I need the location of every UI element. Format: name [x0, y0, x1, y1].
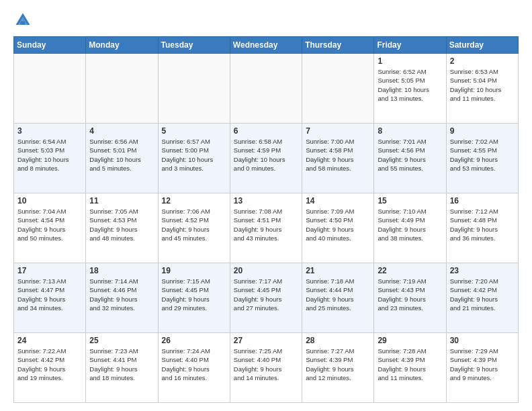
- calendar-week-row: 1Sunrise: 6:52 AM Sunset: 5:05 PM Daylig…: [14, 54, 519, 124]
- day-info: Sunrise: 7:27 AM Sunset: 4:39 PM Dayligh…: [306, 347, 370, 382]
- day-info: Sunrise: 6:54 AM Sunset: 5:03 PM Dayligh…: [17, 137, 82, 173]
- calendar-week-row: 3Sunrise: 6:54 AM Sunset: 5:03 PM Daylig…: [14, 124, 519, 193]
- day-info: Sunrise: 7:12 AM Sunset: 4:48 PM Dayligh…: [450, 207, 515, 242]
- day-number: 14: [306, 196, 370, 205]
- day-info: Sunrise: 7:04 AM Sunset: 4:54 PM Dayligh…: [17, 207, 82, 242]
- logo-icon: [13, 11, 32, 30]
- day-info: Sunrise: 6:58 AM Sunset: 4:59 PM Dayligh…: [234, 137, 298, 173]
- calendar-cell: 16Sunrise: 7:12 AM Sunset: 4:48 PM Dayli…: [446, 193, 518, 263]
- day-number: 1: [378, 56, 442, 66]
- day-info: Sunrise: 7:20 AM Sunset: 4:42 PM Dayligh…: [450, 277, 515, 312]
- calendar-cell: [230, 54, 302, 124]
- calendar-cell: 28Sunrise: 7:27 AM Sunset: 4:39 PM Dayli…: [302, 333, 374, 403]
- day-info: Sunrise: 7:01 AM Sunset: 4:56 PM Dayligh…: [378, 137, 442, 173]
- calendar-cell: 1Sunrise: 6:52 AM Sunset: 5:05 PM Daylig…: [374, 54, 446, 124]
- day-number: 11: [89, 196, 154, 205]
- calendar-cell: 6Sunrise: 6:58 AM Sunset: 4:59 PM Daylig…: [230, 124, 302, 193]
- day-info: Sunrise: 7:25 AM Sunset: 4:40 PM Dayligh…: [234, 347, 298, 382]
- day-info: Sunrise: 6:57 AM Sunset: 5:00 PM Dayligh…: [162, 137, 226, 173]
- calendar-week-row: 17Sunrise: 7:13 AM Sunset: 4:47 PM Dayli…: [14, 263, 519, 333]
- day-info: Sunrise: 7:22 AM Sunset: 4:42 PM Dayligh…: [17, 347, 82, 382]
- day-info: Sunrise: 6:53 AM Sunset: 5:04 PM Dayligh…: [450, 67, 515, 103]
- calendar-cell: 12Sunrise: 7:06 AM Sunset: 4:52 PM Dayli…: [158, 193, 230, 263]
- day-info: Sunrise: 7:17 AM Sunset: 4:45 PM Dayligh…: [234, 277, 298, 312]
- calendar-cell: [158, 54, 230, 124]
- day-info: Sunrise: 7:09 AM Sunset: 4:50 PM Dayligh…: [306, 207, 370, 242]
- calendar-cell: 5Sunrise: 6:57 AM Sunset: 5:00 PM Daylig…: [158, 124, 230, 193]
- day-number: 16: [450, 196, 515, 205]
- day-number: 7: [306, 126, 370, 136]
- calendar-cell: 17Sunrise: 7:13 AM Sunset: 4:47 PM Dayli…: [14, 263, 86, 333]
- calendar-cell: 3Sunrise: 6:54 AM Sunset: 5:03 PM Daylig…: [14, 124, 86, 193]
- page: SundayMondayTuesdayWednesdayThursdayFrid…: [0, 0, 532, 411]
- day-info: Sunrise: 6:52 AM Sunset: 5:05 PM Dayligh…: [378, 67, 442, 103]
- day-number: 13: [234, 196, 298, 205]
- calendar-cell: 9Sunrise: 7:02 AM Sunset: 4:55 PM Daylig…: [446, 124, 518, 193]
- day-number: 28: [306, 336, 370, 345]
- calendar-cell: 26Sunrise: 7:24 AM Sunset: 4:40 PM Dayli…: [158, 333, 230, 403]
- day-info: Sunrise: 7:29 AM Sunset: 4:39 PM Dayligh…: [450, 347, 515, 382]
- day-number: 19: [162, 266, 226, 275]
- day-info: Sunrise: 7:18 AM Sunset: 4:44 PM Dayligh…: [306, 277, 370, 312]
- day-number: 6: [234, 126, 298, 136]
- day-info: Sunrise: 7:00 AM Sunset: 4:58 PM Dayligh…: [306, 137, 370, 173]
- day-number: 24: [17, 336, 82, 345]
- day-number: 9: [450, 126, 515, 136]
- calendar-cell: 24Sunrise: 7:22 AM Sunset: 4:42 PM Dayli…: [14, 333, 86, 403]
- day-number: 30: [450, 336, 515, 345]
- day-number: 4: [89, 126, 154, 136]
- day-number: 17: [17, 266, 82, 275]
- day-info: Sunrise: 7:24 AM Sunset: 4:40 PM Dayligh…: [162, 347, 226, 382]
- calendar-header-row: SundayMondayTuesdayWednesdayThursdayFrid…: [14, 37, 519, 54]
- calendar-cell: 11Sunrise: 7:05 AM Sunset: 4:53 PM Dayli…: [86, 193, 158, 263]
- calendar-header-thursday: Thursday: [302, 37, 374, 54]
- day-info: Sunrise: 7:10 AM Sunset: 4:49 PM Dayligh…: [378, 207, 442, 242]
- day-number: 27: [234, 336, 298, 345]
- day-number: 10: [17, 196, 82, 205]
- day-number: 8: [378, 126, 442, 136]
- calendar-header-tuesday: Tuesday: [158, 37, 230, 54]
- day-number: 22: [378, 266, 442, 275]
- day-number: 12: [162, 196, 226, 205]
- calendar-cell: 30Sunrise: 7:29 AM Sunset: 4:39 PM Dayli…: [446, 333, 518, 403]
- day-number: 2: [450, 56, 515, 66]
- calendar-cell: [302, 54, 374, 124]
- calendar-cell: 25Sunrise: 7:23 AM Sunset: 4:41 PM Dayli…: [86, 333, 158, 403]
- calendar-header-monday: Monday: [86, 37, 158, 54]
- day-info: Sunrise: 7:13 AM Sunset: 4:47 PM Dayligh…: [17, 277, 82, 312]
- day-info: Sunrise: 7:06 AM Sunset: 4:52 PM Dayligh…: [162, 207, 226, 242]
- calendar-cell: [14, 54, 86, 124]
- day-info: Sunrise: 7:23 AM Sunset: 4:41 PM Dayligh…: [89, 347, 154, 382]
- calendar-header-saturday: Saturday: [446, 37, 518, 54]
- day-info: Sunrise: 7:08 AM Sunset: 4:51 PM Dayligh…: [234, 207, 298, 242]
- calendar-cell: 19Sunrise: 7:15 AM Sunset: 4:45 PM Dayli…: [158, 263, 230, 333]
- day-info: Sunrise: 7:28 AM Sunset: 4:39 PM Dayligh…: [378, 347, 442, 382]
- day-number: 21: [306, 266, 370, 275]
- calendar-cell: 7Sunrise: 7:00 AM Sunset: 4:58 PM Daylig…: [302, 124, 374, 193]
- day-number: 29: [378, 336, 442, 345]
- calendar-cell: 10Sunrise: 7:04 AM Sunset: 4:54 PM Dayli…: [14, 193, 86, 263]
- day-info: Sunrise: 6:56 AM Sunset: 5:01 PM Dayligh…: [89, 137, 154, 173]
- calendar-cell: 22Sunrise: 7:19 AM Sunset: 4:43 PM Dayli…: [374, 263, 446, 333]
- svg-rect-2: [21, 21, 26, 25]
- calendar-cell: 21Sunrise: 7:18 AM Sunset: 4:44 PM Dayli…: [302, 263, 374, 333]
- day-info: Sunrise: 7:02 AM Sunset: 4:55 PM Dayligh…: [450, 137, 515, 173]
- calendar-cell: 23Sunrise: 7:20 AM Sunset: 4:42 PM Dayli…: [446, 263, 518, 333]
- calendar-cell: 18Sunrise: 7:14 AM Sunset: 4:46 PM Dayli…: [86, 263, 158, 333]
- calendar-cell: 20Sunrise: 7:17 AM Sunset: 4:45 PM Dayli…: [230, 263, 302, 333]
- header: [13, 11, 519, 30]
- logo: [13, 11, 35, 30]
- calendar-cell: 8Sunrise: 7:01 AM Sunset: 4:56 PM Daylig…: [374, 124, 446, 193]
- day-info: Sunrise: 7:15 AM Sunset: 4:45 PM Dayligh…: [162, 277, 226, 312]
- calendar-header-friday: Friday: [374, 37, 446, 54]
- day-number: 3: [17, 126, 82, 136]
- calendar-cell: 4Sunrise: 6:56 AM Sunset: 5:01 PM Daylig…: [86, 124, 158, 193]
- day-number: 18: [89, 266, 154, 275]
- day-number: 20: [234, 266, 298, 275]
- calendar-cell: 13Sunrise: 7:08 AM Sunset: 4:51 PM Dayli…: [230, 193, 302, 263]
- calendar-cell: 29Sunrise: 7:28 AM Sunset: 4:39 PM Dayli…: [374, 333, 446, 403]
- day-number: 5: [162, 126, 226, 136]
- calendar-cell: 15Sunrise: 7:10 AM Sunset: 4:49 PM Dayli…: [374, 193, 446, 263]
- calendar-week-row: 10Sunrise: 7:04 AM Sunset: 4:54 PM Dayli…: [14, 193, 519, 263]
- calendar-header-sunday: Sunday: [14, 37, 86, 54]
